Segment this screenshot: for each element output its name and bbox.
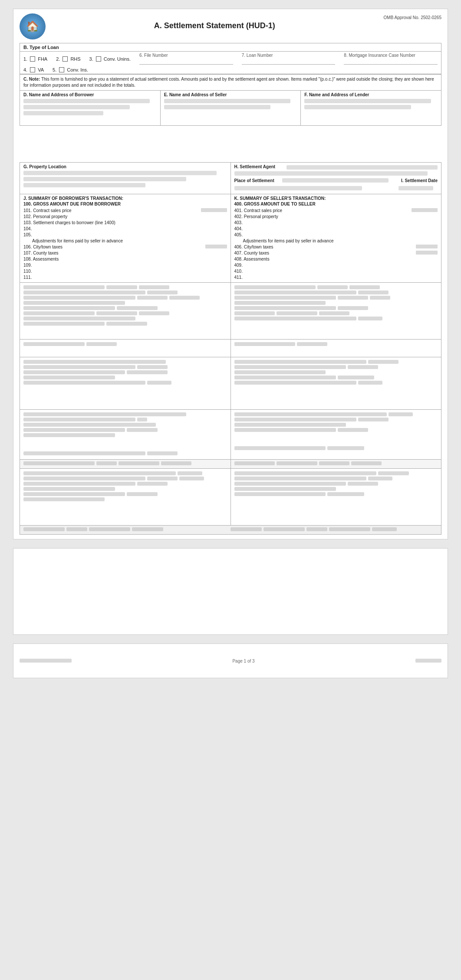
s5-r1 [234, 471, 438, 475]
loan-rhs: 2. RHS [56, 56, 80, 62]
trans-101: 101. Contract sales price [23, 208, 227, 214]
trans-adj-header-b: Adjustments for items paid by seller in … [23, 238, 227, 244]
conv-ins-checkbox[interactable] [59, 67, 64, 72]
b3-row5 [23, 381, 227, 385]
s5-l3 [23, 482, 227, 486]
rhs-checkbox[interactable] [63, 56, 68, 62]
trans-107-value [197, 251, 227, 256]
logo: 🏠 [20, 13, 46, 39]
trans-407-label: 407. County taxes [234, 251, 408, 256]
footer-right [415, 658, 441, 663]
va-checkbox[interactable] [30, 67, 35, 72]
rhs-label: RHS [70, 56, 80, 62]
date-blurred [398, 186, 433, 190]
s5-r4 [234, 487, 438, 491]
trans-109: 109. [23, 262, 227, 268]
b4-r6 [23, 451, 227, 455]
bottom-left-3 [20, 357, 231, 409]
trans-108-value [197, 257, 227, 262]
trans-adj-header-s: Adjustments for items paid by seller in … [234, 238, 438, 244]
b4-r1r [234, 412, 438, 416]
trans-404: 404. [234, 226, 438, 232]
b3-row5r [234, 381, 438, 385]
mortgage-case-value [344, 58, 438, 65]
b4-r1 [23, 412, 227, 416]
b2-row1r [234, 342, 438, 346]
borrower-label: D. Name and Address of Borrower [23, 92, 157, 97]
conv-unins-checkbox[interactable] [96, 56, 101, 62]
trans-409: 409. [234, 262, 438, 268]
seller-transaction-header: K. SUMMARY OF SELLER'S TRANSACTION: [234, 196, 438, 201]
trans-111: 111. [23, 274, 227, 281]
loan-va: 4. VA [23, 67, 44, 72]
section-5 [20, 469, 441, 526]
trans-109-label: 109. [23, 263, 227, 268]
loan-num-1: 1. [23, 56, 27, 62]
b4-spacer-r [234, 433, 438, 446]
blurred-row-r6 [234, 311, 438, 315]
bottom-left-2 [20, 340, 231, 357]
loan-conv-ins: 5. Conv. Ins. [53, 67, 88, 72]
trans-102: 102. Personal property [23, 214, 227, 220]
seller-transaction-col: K. SUMMARY OF SELLER'S TRANSACTION: 400.… [231, 194, 441, 282]
blurred-row-r7 [234, 317, 438, 320]
file-number-label: 6. File Number [139, 53, 233, 58]
trans-406-label: 406. City/town taxes [234, 245, 408, 250]
tot-l1 [23, 461, 227, 465]
blurred-row-7 [23, 317, 227, 320]
note-label: C. Note: [23, 77, 40, 82]
file-number-field: 6. File Number [139, 53, 233, 65]
place-settlement-row: Place of Settlement I. Settlement Date [234, 178, 438, 184]
settlement-date-value-row [234, 186, 438, 192]
trans-405: 405. [234, 232, 438, 238]
lender-address1 [304, 105, 411, 109]
loan-conv-unins: 3. Conv. Unins. [89, 56, 131, 62]
blurred-row-r4 [234, 301, 438, 305]
trans-410-label: 410. [234, 269, 438, 274]
lender-name [304, 99, 431, 103]
s5-l5 [23, 492, 227, 496]
loan-num-4: 4. [23, 67, 27, 72]
b3-row3r [234, 370, 438, 374]
blurred-row-3 [23, 296, 227, 300]
s5-r5 [234, 492, 438, 496]
b3-row1r [234, 360, 438, 364]
trans-402-label: 402. Personal property [234, 214, 408, 219]
b4-r2r [234, 418, 438, 421]
loan-num-2: 2. [56, 56, 60, 62]
loan-fha: 1. FHA [23, 56, 47, 62]
trans-108-label: 108. Assessments [23, 257, 197, 262]
trans-103-value [197, 220, 227, 225]
loan-type-row2: 4. VA 5. Conv. Ins. [20, 66, 441, 74]
section-b-label: B. Type of Loan [20, 43, 441, 52]
trans-101-value [197, 208, 227, 213]
borrower-transaction-header: J. SUMMARY OF BORROWER'S TRANSACTION: [23, 196, 227, 201]
trans-104-label: 104. [23, 226, 227, 232]
lender-label: F. Name and Address of Lender [304, 92, 438, 97]
bottom-section-2 [20, 340, 441, 357]
property-label: G. Property Location [23, 164, 227, 169]
b4-r2 [23, 418, 227, 421]
hud1-document: 🏠 A. Settlement Statement (HUD-1) OMB Ap… [13, 9, 448, 539]
trans-408-value [407, 257, 438, 262]
document-header: 🏠 A. Settlement Statement (HUD-1) OMB Ap… [20, 13, 441, 39]
bottom-left-4 [20, 410, 231, 459]
second-document [13, 548, 448, 635]
footer-left [20, 658, 72, 663]
trans-409-label: 409. [234, 263, 438, 268]
fha-checkbox[interactable] [30, 56, 35, 62]
trans-408-label: 408. Assessments [234, 257, 408, 262]
b4-r4 [23, 428, 227, 432]
trans-106: 106. City/town taxes [23, 244, 227, 250]
b2-row1 [23, 342, 227, 346]
blurred-row-r2 [234, 291, 438, 294]
totals-left [20, 460, 231, 468]
borrower-gross-title: 100. GROSS AMOUNT DUE FROM BORROWER [23, 202, 227, 206]
page-info: Page 1 of 3 [232, 659, 254, 663]
s5-l1 [23, 471, 227, 475]
blurred-row-4 [23, 301, 227, 305]
bottom-section-1 [20, 283, 441, 340]
trans-401: 401. Contract sales price [234, 208, 438, 214]
trans-102-label: 102. Personal property [23, 214, 197, 219]
place-settlement-label: Place of Settlement [234, 178, 278, 184]
